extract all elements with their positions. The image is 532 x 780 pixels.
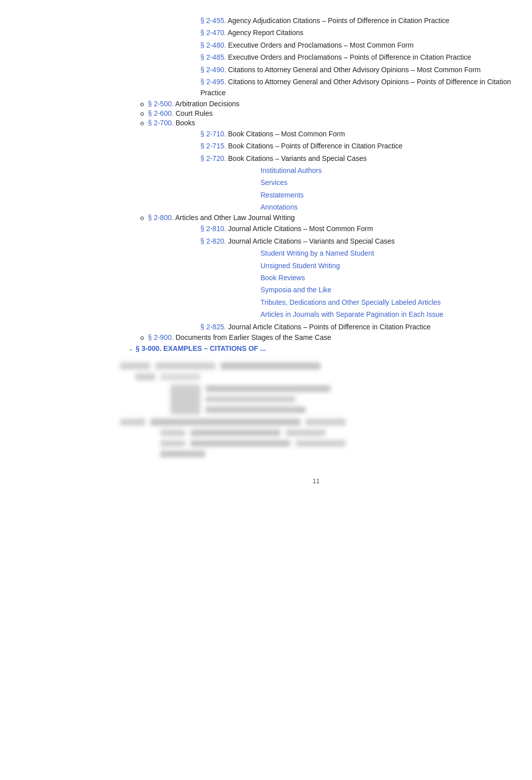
item-2800: o § 2-800. Articles and Other Law Journa… <box>120 214 512 222</box>
link-2500[interactable]: § 2-500. <box>148 100 173 108</box>
item-tributes: Tributes, Dedications and Other Speciall… <box>260 297 512 308</box>
text-2720: Book Citations – Variants and Special Ca… <box>228 154 367 162</box>
text-2485: Executive Orders and Proclamations – Poi… <box>228 53 471 61</box>
link-2455[interactable]: § 2-455. <box>200 17 226 25</box>
item-2480: § 2-480. Executive Orders and Proclamati… <box>120 40 512 51</box>
item-student-named: Student Writing by a Named Student <box>260 248 512 259</box>
o-marker-2600: o <box>140 110 144 117</box>
o-marker-2500: o <box>140 100 144 108</box>
link-2495[interactable]: § 2-495. <box>200 78 226 86</box>
link-unsigned-student[interactable]: Unsigned Student Writing <box>260 262 340 270</box>
link-student-named[interactable]: Student Writing by a Named Student <box>260 249 374 257</box>
text-2455: Agency Adjudication Citations – Points o… <box>228 17 450 25</box>
link-2470[interactable]: § 2-470. <box>200 29 226 37</box>
link-2810[interactable]: § 2-810. <box>200 225 226 233</box>
text-2480: Executive Orders and Proclamations – Mos… <box>228 41 413 49</box>
subitems-2820: Student Writing by a Named Student Unsig… <box>120 248 512 320</box>
item-2500: o § 2-500. Arbitration Decisions <box>120 100 512 108</box>
link-3000[interactable]: § 3-000. EXAMPLES – CITATIONS OF ... <box>136 344 266 352</box>
main-content: § 2-455. Agency Adjudication Citations –… <box>20 10 512 485</box>
item-unsigned-student: Unsigned Student Writing <box>260 260 512 271</box>
link-2710[interactable]: § 2-710. <box>200 130 226 138</box>
link-services[interactable]: Services <box>260 178 288 186</box>
o-marker-2800: o <box>140 214 144 222</box>
item-2720: § 2-720. Book Citations – Variants and S… <box>120 153 512 164</box>
text-2495: Citations to Attorney General and Other … <box>200 78 511 97</box>
subitems-2720: Institutional Authors Services Restateme… <box>120 165 512 213</box>
link-institutional-authors[interactable]: Institutional Authors <box>260 166 322 174</box>
text-2710: Book Citations – Most Common Form <box>228 130 345 138</box>
link-2490[interactable]: § 2-490. <box>200 66 226 74</box>
item-3000: • § 3-000. EXAMPLES – CITATIONS OF ... <box>120 344 512 352</box>
link-annotations[interactable]: Annotations <box>260 203 298 211</box>
pagination: 11 <box>120 477 512 485</box>
item-2820: § 2-820. Journal Article Citations – Var… <box>120 236 512 247</box>
link-tributes[interactable]: Tributes, Dedications and Other Speciall… <box>260 298 441 306</box>
blurred-content <box>120 362 512 457</box>
link-2800[interactable]: § 2-800. <box>148 214 173 222</box>
link-2700[interactable]: § 2-700. <box>148 119 173 127</box>
text-2900: Documents from Earlier Stages of the Sam… <box>176 333 331 341</box>
page-number: 11 <box>313 477 320 485</box>
link-2480[interactable]: § 2-480. <box>200 41 226 49</box>
item-2600: o § 2-600. Court Rules <box>120 109 512 117</box>
text-2700: Books <box>176 119 195 127</box>
link-2900[interactable]: § 2-900. <box>148 333 173 341</box>
item-restatements: Restatements <box>260 189 512 201</box>
item-symposia: Symposia and the Like <box>260 284 512 295</box>
item-2470: § 2-470. Agency Report Citations <box>120 27 512 38</box>
item-articles-journals: Articles in Journals with Separate Pagin… <box>260 309 512 320</box>
item-2825: § 2-825. Journal Article Citations – Poi… <box>120 321 512 332</box>
text-2470: Agency Report Citations <box>228 29 304 37</box>
bullet-marker-3000: • <box>130 347 132 352</box>
item-services: Services <box>260 177 512 188</box>
item-2495: § 2-495. Citations to Attorney General a… <box>120 76 512 99</box>
link-book-reviews[interactable]: Book Reviews <box>260 274 305 282</box>
text-2820: Journal Article Citations – Variants and… <box>228 237 395 245</box>
text-2490: Citations to Attorney General and Other … <box>228 66 480 74</box>
text-2500: Arbitration Decisions <box>175 100 239 108</box>
item-institutional-authors: Institutional Authors <box>260 165 512 176</box>
o-marker-2700: o <box>140 119 144 127</box>
link-2720[interactable]: § 2-720. <box>200 154 226 162</box>
item-2810: § 2-810. Journal Article Citations – Mos… <box>120 223 512 234</box>
item-2485: § 2-485. Executive Orders and Proclamati… <box>120 52 512 63</box>
item-book-reviews: Book Reviews <box>260 272 512 283</box>
item-2490: § 2-490. Citations to Attorney General a… <box>120 64 512 75</box>
text-2715: Book Citations – Points of Difference in… <box>228 142 402 150</box>
item-2715: § 2-715. Book Citations – Points of Diff… <box>120 140 512 151</box>
item-2700: o § 2-700. Books <box>120 119 512 127</box>
link-restatements[interactable]: Restatements <box>260 191 304 199</box>
link-2485[interactable]: § 2-485. <box>200 53 226 61</box>
o-marker-2900: o <box>140 334 144 341</box>
link-2600[interactable]: § 2-600. <box>148 109 173 117</box>
item-2710: § 2-710. Book Citations – Most Common Fo… <box>120 128 512 139</box>
text-2825: Journal Article Citations – Points of Di… <box>228 323 430 331</box>
link-2715[interactable]: § 2-715. <box>200 142 226 150</box>
link-2820[interactable]: § 2-820. <box>200 237 226 245</box>
text-2810: Journal Article Citations – Most Common … <box>228 225 373 233</box>
link-symposia[interactable]: Symposia and the Like <box>260 286 332 294</box>
link-2825[interactable]: § 2-825. <box>200 323 226 331</box>
item-2900: o § 2-900. Documents from Earlier Stages… <box>120 333 512 341</box>
text-2600: Court Rules <box>176 109 213 117</box>
text-2800: Articles and Other Law Journal Writing <box>175 214 295 222</box>
link-articles-journals[interactable]: Articles in Journals with Separate Pagin… <box>260 310 443 318</box>
item-2455: § 2-455. Agency Adjudication Citations –… <box>120 15 512 26</box>
item-annotations: Annotations <box>260 202 512 213</box>
